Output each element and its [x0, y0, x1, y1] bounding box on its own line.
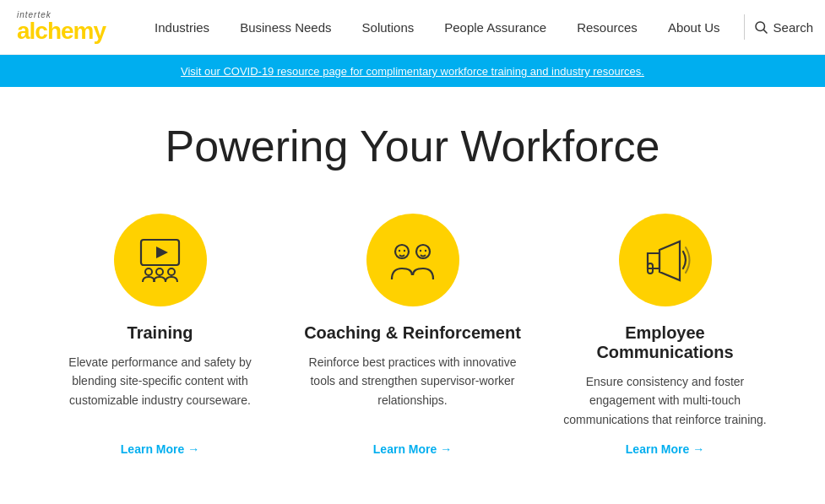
nav-item-business-needs[interactable]: Business Needs — [225, 20, 346, 35]
covid-banner: Visit our COVID-19 resource page for com… — [0, 55, 825, 87]
card-training: Training Elevate performance and safety … — [51, 214, 269, 456]
card-coaching: Coaching & Reinforcement Reinforce best … — [303, 214, 522, 456]
nav-divider — [744, 14, 745, 40]
svg-point-5 — [156, 268, 163, 275]
svg-marker-3 — [156, 247, 168, 258]
search-label: Search — [773, 20, 814, 35]
coaching-icon-circle — [366, 214, 459, 306]
svg-line-1 — [763, 30, 767, 33]
card-employee-comms: Employee Communications Ensure consisten… — [556, 214, 774, 456]
employee-comms-icon-circle — [619, 214, 712, 306]
svg-point-11 — [420, 249, 421, 251]
coaching-title: Coaching & Reinforcement — [304, 323, 521, 343]
page-title: Powering Your Workforce — [51, 121, 774, 171]
training-icon — [133, 233, 187, 288]
employee-comms-learn-more[interactable]: Learn More → — [626, 442, 704, 456]
logo[interactable]: intertek alchemy — [17, 11, 106, 43]
covid-banner-link[interactable]: Visit our COVID-19 resource page for com… — [181, 65, 644, 78]
training-icon-circle — [114, 214, 207, 306]
svg-point-4 — [145, 268, 152, 275]
coaching-description: Reinforce best practices with innovative… — [303, 353, 522, 409]
svg-point-6 — [168, 268, 175, 275]
logo-alchemy: alchemy — [17, 19, 106, 43]
header: intertek alchemy Industries Business Nee… — [0, 0, 825, 55]
employee-comms-description: Ensure consistency and foster engagement… — [556, 372, 774, 429]
employee-comms-icon — [638, 233, 692, 288]
search-button[interactable]: Search — [753, 19, 814, 35]
coaching-icon — [385, 233, 440, 288]
nav-item-industries[interactable]: Industries — [139, 20, 225, 35]
cards-grid: Training Elevate performance and safety … — [51, 214, 774, 456]
search-icon — [753, 19, 768, 35]
svg-point-12 — [425, 249, 426, 251]
main-nav: Industries Business Needs Solutions Peop… — [139, 14, 813, 40]
nav-item-people-assurance[interactable]: People Assurance — [429, 20, 562, 35]
svg-point-9 — [404, 249, 405, 251]
employee-comms-title: Employee Communications — [556, 323, 774, 362]
coaching-learn-more[interactable]: Learn More → — [373, 442, 452, 456]
training-title: Training — [128, 323, 193, 343]
training-learn-more[interactable]: Learn More → — [121, 442, 199, 456]
nav-item-solutions[interactable]: Solutions — [347, 20, 430, 35]
nav-item-about-us[interactable]: About Us — [653, 20, 735, 35]
training-description: Elevate performance and safety by blendi… — [51, 353, 269, 409]
nav-item-resources[interactable]: Resources — [562, 20, 653, 35]
svg-point-0 — [756, 22, 765, 31]
main-content: Powering Your Workforce — [0, 87, 825, 490]
svg-point-8 — [399, 249, 400, 251]
